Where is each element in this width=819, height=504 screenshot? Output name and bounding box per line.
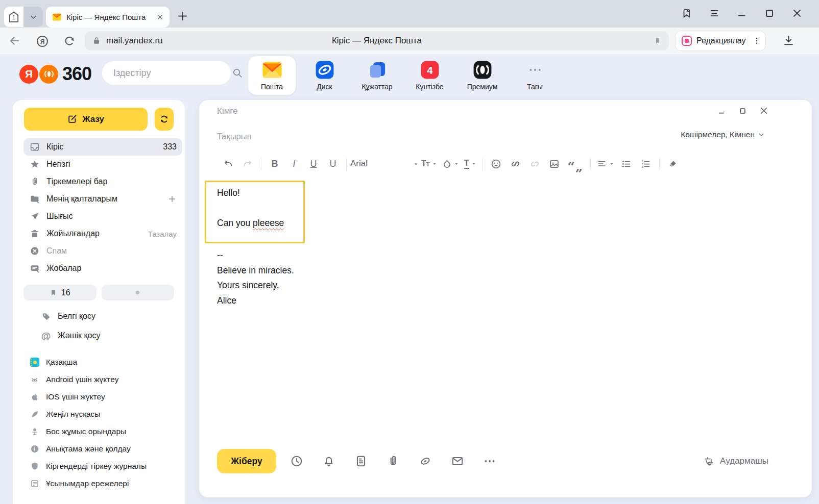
font-family-select[interactable]: Arial	[350, 159, 419, 169]
footer-item-light-version[interactable]: Жеңіл нұсқасы	[13, 406, 185, 423]
footer-item-recommendation-rules[interactable]: Ұсынымдар ережелері	[13, 475, 185, 492]
yandex-360-logo[interactable]: Я 360	[19, 63, 91, 85]
sidebar-item-important[interactable]: Негізгі	[23, 156, 182, 173]
edit-more-icon[interactable]	[748, 37, 765, 45]
browser-menu-icon[interactable]	[709, 8, 720, 19]
quote-button[interactable]: “„	[564, 155, 587, 173]
service-calendar[interactable]: 4 Күнтізбе	[406, 56, 453, 95]
compose-close-button[interactable]	[759, 106, 768, 115]
schedule-send-icon[interactable]	[290, 455, 303, 468]
search-input[interactable]	[102, 68, 232, 79]
numbered-list-button[interactable]: 123	[636, 155, 656, 173]
strikethrough-button[interactable]: U	[323, 155, 343, 173]
add-mailbox-action[interactable]: @ Жәшік қосу	[13, 326, 185, 345]
undo-button[interactable]	[219, 155, 238, 173]
browser-tab[interactable]: Кіріс — Яндекс Пошта	[46, 7, 170, 28]
sidebar-item-sent[interactable]: Шығыс	[23, 208, 182, 225]
bookmark-icon[interactable]	[654, 37, 662, 45]
window-minimize-button[interactable]	[736, 8, 748, 19]
reload-button[interactable]	[63, 35, 76, 47]
info-icon	[30, 444, 39, 453]
sidebar-item-inbox[interactable]: Кіріс 333	[23, 138, 182, 156]
footer-item-login-journal[interactable]: Кіргендерді тіркеу журналы	[13, 458, 185, 475]
window-close-button[interactable]	[791, 8, 803, 19]
compose-button[interactable]: Жазу	[24, 108, 148, 131]
translator-icon	[703, 456, 715, 467]
refresh-button[interactable]	[155, 108, 174, 131]
downloads-button[interactable]	[782, 34, 795, 47]
docs-service-icon	[367, 60, 388, 80]
remove-link-button[interactable]	[525, 155, 545, 173]
clear-formatting-button[interactable]	[663, 155, 683, 173]
more-options-icon[interactable]	[483, 455, 496, 468]
italic-button[interactable]: I	[284, 155, 304, 173]
back-button[interactable]	[8, 35, 20, 47]
service-premium[interactable]: Премиум	[459, 56, 506, 95]
sidebar-item-my-folders[interactable]: Менің қалталарым	[23, 190, 182, 208]
to-field[interactable]	[217, 104, 534, 118]
bullet-list-button[interactable]	[617, 155, 636, 173]
compose-minimize-button[interactable]	[718, 107, 726, 115]
paperclip-icon	[30, 177, 40, 187]
tab-group-control[interactable]: 1	[4, 7, 43, 27]
underline-button[interactable]: U	[304, 155, 323, 173]
highlight-color-button[interactable]	[440, 155, 462, 173]
panel-bookmark-icon[interactable]	[681, 8, 692, 19]
search-icon[interactable]	[232, 67, 243, 79]
lock-icon[interactable]	[92, 36, 101, 45]
service-disk[interactable]: Диск	[301, 56, 348, 95]
attach-from-disk-icon[interactable]	[419, 455, 432, 468]
search-box[interactable]	[102, 61, 231, 85]
emoji-button[interactable]	[487, 155, 506, 173]
svg-text:3: 3	[642, 164, 644, 168]
yandex-browser-button[interactable]: Я	[36, 35, 49, 48]
translator-button[interactable]: Аудармашы	[703, 456, 768, 467]
footer-item-language[interactable]: Қазақша	[13, 354, 185, 371]
tab-counter[interactable]: 1	[4, 7, 23, 27]
bold-button[interactable]: B	[265, 155, 284, 173]
cc-from-toggle[interactable]: Көшірмелер, Кімнен	[681, 130, 764, 139]
email-body[interactable]: Hello! Can you pleeese -- Believe in mir…	[199, 177, 812, 426]
font-size-select[interactable]: TT	[419, 155, 440, 173]
add-folder-button[interactable]	[167, 194, 177, 204]
sidebar-item-spam[interactable]: Спам	[23, 242, 182, 260]
add-label-action[interactable]: Белгі қосу	[13, 307, 185, 326]
footer-item-ios[interactable]: IOS үшін жүктеу	[13, 388, 185, 406]
send-button[interactable]: Жіберу	[217, 449, 276, 473]
service-more[interactable]: Тағы	[511, 56, 559, 95]
notify-icon[interactable]	[322, 455, 335, 468]
redo-button[interactable]	[238, 155, 257, 173]
compose-expand-button[interactable]	[739, 108, 746, 114]
footer-item-help[interactable]: Анықтама және қолдау	[13, 440, 185, 458]
service-mail[interactable]: Пошта	[248, 56, 296, 95]
clear-trash-action[interactable]: Тазалау	[148, 230, 177, 238]
kazakh-flag-icon	[30, 358, 39, 367]
dot-pill[interactable]	[102, 285, 175, 300]
folder-label: Шығыс	[46, 212, 73, 221]
insert-link-button[interactable]	[506, 155, 525, 173]
sidebar-item-trash[interactable]: Жойылғандар Тазалау	[23, 225, 182, 242]
template-icon[interactable]	[354, 455, 368, 468]
align-button[interactable]	[594, 155, 617, 173]
attach-file-icon[interactable]	[387, 455, 400, 468]
address-bar[interactable]: mail.yandex.ru Кіріс — Яндекс Пошта	[85, 31, 669, 51]
bookmarks-pill[interactable]: 16	[23, 285, 97, 300]
url-text: mail.yandex.ru	[106, 36, 163, 46]
attach-from-mail-icon[interactable]	[451, 455, 464, 468]
tab-close-icon[interactable]	[157, 14, 163, 20]
text-color-button[interactable]: T	[462, 155, 479, 173]
footer-item-android[interactable]: Android үшін жүктеу	[13, 371, 185, 388]
insert-image-button[interactable]	[545, 155, 564, 173]
new-tab-button[interactable]	[177, 10, 188, 22]
sidebar-item-projects[interactable]: Жобалар	[23, 260, 182, 277]
footer-item-vacancies[interactable]: Бос жұмыс орындары	[13, 423, 185, 440]
sidebar-item-with-attachments[interactable]: Тіркемелері бар	[23, 173, 182, 190]
signature-line: Yours sincerely,	[217, 278, 294, 293]
edit-mode-button[interactable]: Редакциялау	[675, 31, 766, 51]
window-maximize-button[interactable]	[764, 8, 775, 19]
align-icon	[597, 159, 607, 169]
rules-document-icon	[30, 479, 39, 488]
tab-group-chevron[interactable]	[23, 7, 43, 27]
subject-field[interactable]	[217, 129, 534, 143]
service-docs[interactable]: Құжаттар	[353, 56, 401, 95]
